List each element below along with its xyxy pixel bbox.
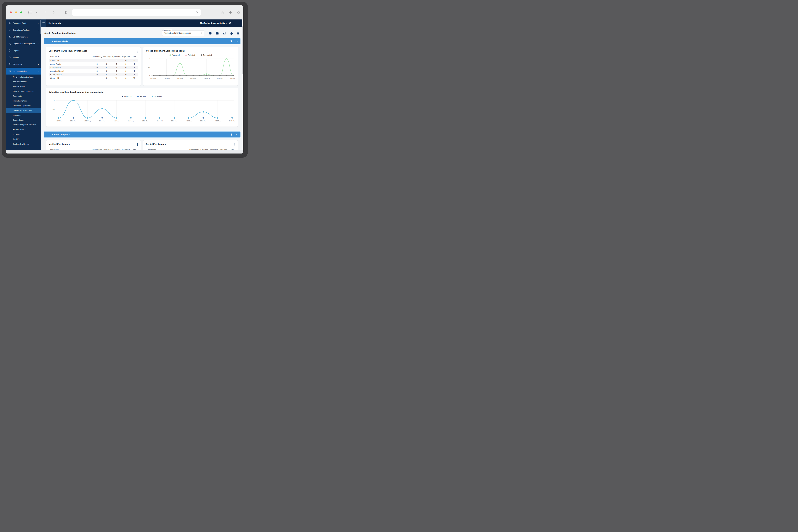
sidebar-item-support[interactable]: Support	[6, 54, 41, 61]
widgets-icon[interactable]	[215, 32, 219, 35]
sidebar-subitem-org-npis[interactable]: Org NPIs	[6, 137, 41, 141]
table-row: Ameritas Dental00404	[49, 70, 138, 73]
headset-icon	[8, 56, 11, 59]
collapse-icon[interactable]	[235, 134, 238, 135]
kebab-menu-icon[interactable]	[234, 91, 235, 94]
account-name[interactable]: MedTrainer Community Care	[200, 22, 227, 24]
section-austin-region-2[interactable]: Austin – Region 2	[44, 131, 241, 138]
sidebar-item-compliance-toolkits[interactable]: Compliance Toolkits▸	[6, 26, 41, 33]
save-as-icon[interactable]	[229, 32, 233, 35]
delete-icon[interactable]	[236, 32, 240, 35]
sidebar-nav: Document Center▸Compliance Toolkits▸SDS …	[6, 19, 41, 150]
account-caret-icon[interactable]: ▼	[233, 22, 234, 24]
svg-text:2025-Mar: 2025-Mar	[230, 78, 235, 79]
delete-white-icon[interactable]	[230, 40, 233, 42]
sidebar-item-document-center[interactable]: Document Center▸	[6, 20, 41, 26]
sidebar-item-label: Exclusions	[13, 63, 36, 65]
enrollment-status-table: InsuranceOnboardingEnrollingApprovedReje…	[49, 55, 138, 80]
kebab-menu-icon[interactable]	[137, 143, 138, 146]
page-scrollbar[interactable]	[242, 19, 243, 153]
sidebar-item-exclusions[interactable]: Exclusions▸	[6, 61, 41, 68]
app-header: Dashboards MedTrainer Community Care ▼	[41, 19, 243, 27]
card-time-to-submission: Submitted enrollment applications time t…	[46, 88, 238, 127]
traffic-light-zoom[interactable]	[20, 11, 22, 14]
expand-arrow-icon: ▸	[38, 22, 39, 24]
main-area: Dashboards MedTrainer Community Care ▼ A…	[41, 19, 243, 153]
page-content: Austin Enrollment applications Dashboard…	[41, 27, 243, 153]
svg-text:2024-Sep: 2024-Sep	[142, 120, 148, 122]
case-icon	[8, 63, 11, 65]
kebab-menu-icon[interactable]	[234, 143, 235, 146]
sidebar-subitem-credentialing-dashboards[interactable]: Credentialing dashboards	[6, 108, 41, 113]
sidebar-subitem-enrollment-applications[interactable]: Enrollment Applications	[6, 103, 41, 108]
sidebar-subitem-insurances[interactable]: Insurances	[6, 113, 41, 118]
section-austin-analysis[interactable]: Austin Analysis	[44, 38, 241, 44]
dashboard-select[interactable]: Dashboard Austin Enrollment applications	[162, 30, 204, 36]
section-title: Austin Analysis	[52, 40, 68, 42]
card-title: Enrollment status count by insurance	[49, 50, 87, 52]
sidebar-item-mt-credentialing[interactable]: mt | credentialing–	[6, 68, 41, 75]
shield-icon[interactable]	[64, 11, 67, 14]
traffic-light-close[interactable]	[10, 11, 12, 14]
share-icon[interactable]	[221, 11, 224, 14]
svg-text:2024-May: 2024-May	[163, 78, 170, 79]
toolkit-icon	[8, 29, 11, 31]
svg-text:2024-Jul: 2024-Jul	[177, 78, 183, 79]
sidebar-subitem-credentialing-packet-templates[interactable]: Credentialing packet templates	[6, 122, 41, 127]
card-enrollment-status: Enrollment status count by insurance Ins…	[46, 47, 141, 86]
column-header: Insurance	[49, 55, 92, 59]
sidebar-subitem-locations[interactable]: Locations	[6, 132, 41, 137]
card-title: Submitted enrollment applications time t…	[49, 91, 104, 93]
sidebar-item-organization-management[interactable]: Organization Management▸	[6, 40, 41, 47]
back-icon[interactable]	[45, 11, 46, 14]
svg-text:2025-Mar: 2025-Mar	[229, 120, 235, 122]
sidebar-subitem-admin-dashboard[interactable]: Admin Dashboard	[6, 79, 41, 84]
table-row: Cigna – N1012013	[49, 76, 138, 80]
collapse-icon[interactable]	[235, 40, 238, 42]
sidebar: Document Center▸Compliance Toolkits▸SDS …	[6, 19, 41, 153]
chevron-down-icon[interactable]	[36, 12, 38, 13]
person-icon	[8, 42, 11, 45]
app-title: Dashboards	[49, 22, 61, 24]
delete-white-icon[interactable]	[230, 133, 233, 136]
chart-legend: MinimumAverageMaximum	[46, 95, 238, 97]
save-icon[interactable]	[223, 32, 226, 35]
traffic-light-minimize[interactable]	[15, 11, 17, 14]
sidebar-subitem-business-entities[interactable]: Business Entities	[6, 127, 41, 132]
kebab-menu-icon[interactable]	[137, 50, 138, 53]
address-bar[interactable]	[72, 9, 201, 16]
sidebar-subitem-my-credentialing-dashboard[interactable]: My Credentialing Dashboard	[6, 75, 41, 79]
reload-icon[interactable]	[195, 11, 198, 14]
forward-icon[interactable]	[53, 11, 55, 14]
add-icon[interactable]	[208, 32, 212, 35]
new-tab-icon[interactable]	[229, 11, 232, 14]
svg-text:2024-May: 2024-May	[84, 120, 91, 122]
sidebar-subitem-provider-profiles[interactable]: Provider Profiles	[6, 84, 41, 89]
card-title: Closed enrollment applications count	[146, 50, 185, 52]
tabs-icon[interactable]	[237, 11, 240, 14]
sidebar-subitem-credentialing-reports[interactable]: Credentialing Reports	[6, 141, 41, 146]
legend-dot-icon	[137, 96, 139, 97]
address-input[interactable]	[72, 9, 201, 16]
gear-icon[interactable]	[229, 22, 231, 24]
dashboard-select-value: Austin Enrollment applications	[164, 32, 201, 34]
sidebar-subitem-privileges-and-appointments[interactable]: Privileges and appointments	[6, 89, 41, 94]
sidebar-subitem-files-staging-area[interactable]: Files Staging Area	[6, 98, 41, 103]
sidebar-subitem-documents[interactable]: Documents	[6, 94, 41, 98]
svg-text:2024-Mar: 2024-Mar	[56, 120, 62, 122]
browser-chrome	[6, 5, 243, 19]
svg-text:2024-Aug: 2024-Aug	[128, 120, 134, 122]
menu-toggle-button[interactable]	[41, 19, 46, 27]
sidebar-item-sds-management[interactable]: SDS Management	[6, 33, 41, 40]
sidebar-scrollbar[interactable]	[40, 20, 41, 34]
legend-item: Minimum	[122, 95, 132, 97]
sidebar-subitem-custom-forms[interactable]: Custom forms	[6, 118, 41, 122]
svg-text:2024-Apr: 2024-Apr	[70, 120, 76, 122]
legend-item: Average	[137, 95, 146, 97]
sidebar-toggle-icon[interactable]	[28, 11, 32, 14]
svg-text:2024-Sep: 2024-Sep	[190, 78, 196, 79]
svg-text:41: 41	[54, 99, 55, 101]
dashboard-select-label: Dashboard	[164, 30, 172, 31]
kebab-menu-icon[interactable]	[234, 50, 235, 53]
sidebar-item-reports[interactable]: Reports	[6, 47, 41, 54]
